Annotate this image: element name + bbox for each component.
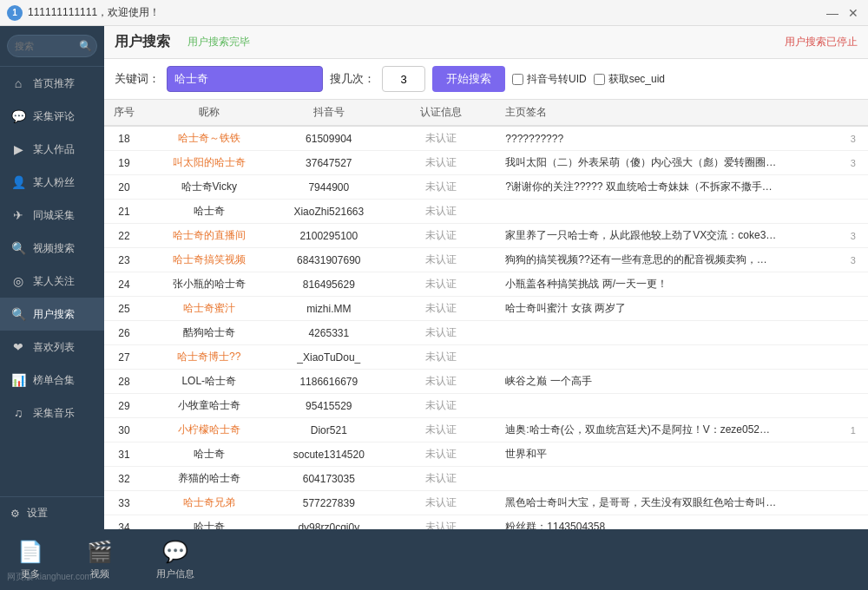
uid-checkbox-label[interactable]: 抖音号转UID [527, 72, 587, 87]
table-row: 31 哈士奇 socute1314520 未认证 世界和平 [104, 442, 868, 467]
sidebar-item-label: 某人关注 [33, 274, 75, 289]
start-search-button[interactable]: 开始搜索 [432, 66, 505, 92]
verify-text: 未认证 [425, 156, 457, 168]
sidebar-item-person-fans[interactable]: 👤 某人粉丝 [0, 166, 104, 199]
minimize-button[interactable]: — [825, 5, 840, 21]
cell-name[interactable]: 养猫的哈士奇 [144, 467, 274, 491]
sec-uid-checkbox-label[interactable]: 获取sec_uid [608, 72, 665, 87]
col-header-id: 抖音号 [274, 100, 385, 126]
col-header-sign: 主页签名 [498, 100, 838, 126]
sidebar-item-home[interactable]: ⌂ 首页推荐 [0, 67, 104, 100]
keyword-input[interactable] [167, 66, 323, 92]
sidebar: 🔍 ⌂ 首页推荐 💬 采集评论 ▶ 某人作品 👤 某人粉丝 ✈ 同城采集 [0, 26, 104, 529]
sidebar-item-like-list[interactable]: ❤ 喜欢列表 [0, 331, 104, 364]
cell-name[interactable]: 小牧童哈士奇 [144, 394, 274, 418]
video-icon: 🎬 [87, 540, 113, 564]
sidebar-item-video-search[interactable]: 🔍 视频搜索 [0, 232, 104, 265]
cell-name[interactable]: 张小瓶的哈士奇 [144, 272, 274, 297]
cell-sign: ?谢谢你的关注????? 双血统哈士奇妹妹（不拆家不撒手… [498, 175, 838, 200]
verify-text: 未认证 [425, 448, 457, 460]
cell-name[interactable]: 哈士奇Vicky [144, 175, 274, 200]
cell-seq: 34 [104, 515, 144, 530]
cell-sign [498, 200, 838, 224]
more-icon: 📄 [17, 540, 43, 564]
cell-seq: 24 [104, 272, 144, 297]
cell-id: 4265331 [274, 321, 385, 345]
verify-text: 未认证 [425, 278, 457, 290]
cell-sign [498, 321, 838, 345]
bottom-item-user-info[interactable]: 💬 用户信息 [156, 540, 194, 580]
table-row: 34 哈士奇 dy98rz0cqi0y 未认证 粉丝群：1143504358 [104, 515, 868, 530]
cell-seq: 21 [104, 200, 144, 224]
col-header-verify: 认证信息 [384, 100, 498, 126]
cell-seq: 33 [104, 491, 144, 515]
table-row: 24 张小瓶的哈士奇 816495629 未认证 小瓶盖各种搞笑挑战 两/一天一… [104, 272, 868, 297]
cell-name[interactable]: 哈士奇 [144, 515, 274, 530]
cell-name[interactable]: 哈士奇兄弟 [144, 491, 274, 515]
sidebar-item-label: 榜单合集 [33, 373, 75, 388]
cell-name[interactable]: 哈士奇搞笑视频 [144, 248, 274, 272]
sidebar-item-person-works[interactable]: ▶ 某人作品 [0, 133, 104, 166]
content-title: 用户搜索 [115, 33, 170, 51]
music-icon: ♫ [10, 405, 26, 421]
cell-extra: 3 [838, 224, 868, 248]
sidebar-item-label: 采集音乐 [33, 406, 75, 421]
verify-text: 未认证 [425, 399, 457, 411]
cell-name[interactable]: 叫太阳的哈士奇 [144, 151, 274, 175]
verify-text: 未认证 [425, 375, 457, 387]
cell-extra [838, 467, 868, 491]
results-table: 序号 昵称 抖音号 认证信息 主页签名 18 哈士奇～铁铁 61509904 未… [104, 100, 868, 529]
cell-id: 2100295100 [274, 224, 385, 248]
verify-text: 未认证 [425, 253, 457, 266]
cell-name[interactable]: 小柠檬哈士奇 [144, 418, 274, 442]
cell-seq: 23 [104, 248, 144, 272]
cell-name[interactable]: 哈士奇 [144, 200, 274, 224]
sidebar-item-user-search[interactable]: 🔍 用户搜索 [0, 298, 104, 331]
play-icon: ▶ [10, 141, 26, 157]
location-icon: ✈ [10, 207, 26, 223]
cell-verify: 未认证 [384, 467, 498, 491]
sidebar-item-label: 某人作品 [33, 142, 75, 157]
table-row: 33 哈士奇兄弟 577227839 未认证 黑色哈士奇叫大宝，是哥哥，天生没有… [104, 491, 868, 515]
cell-name[interactable]: 哈士奇～铁铁 [144, 126, 274, 151]
cell-name[interactable]: 酷狗哈士奇 [144, 321, 274, 345]
uid-checkbox[interactable] [512, 74, 523, 85]
sidebar-item-person-follow[interactable]: ◎ 某人关注 [0, 265, 104, 298]
sidebar-item-label: 用户搜索 [33, 307, 75, 322]
col-header-name: 昵称 [144, 100, 274, 126]
count-label: 搜几次： [330, 71, 375, 87]
sidebar-search-icon: 🔍 [79, 40, 92, 52]
sidebar-nav: ⌂ 首页推荐 💬 采集评论 ▶ 某人作品 👤 某人粉丝 ✈ 同城采集 🔍 视频 [0, 67, 104, 496]
cell-extra [838, 200, 868, 224]
sidebar-search-area: 🔍 [0, 26, 104, 67]
cell-seq: 30 [104, 418, 144, 442]
cell-name[interactable]: 哈士奇博士?? [144, 345, 274, 370]
title-bar-text: 111111111111，欢迎使用！ [28, 5, 825, 20]
sidebar-item-collect-music[interactable]: ♫ 采集音乐 [0, 397, 104, 429]
table-row: 26 酷狗哈士奇 4265331 未认证 [104, 321, 868, 345]
cell-name[interactable]: 哈士奇 [144, 442, 274, 467]
cell-seq: 20 [104, 175, 144, 200]
cell-name[interactable]: 哈士奇蜜汁 [144, 297, 274, 321]
sidebar-item-local-collect[interactable]: ✈ 同城采集 [0, 199, 104, 232]
cell-extra [838, 394, 868, 418]
cell-name[interactable]: LOL-哈士奇 [144, 370, 274, 394]
sidebar-item-chart-collect[interactable]: 📊 榜单合集 [0, 364, 104, 397]
cell-id: Dior521 [274, 418, 385, 442]
cell-seq: 28 [104, 370, 144, 394]
verify-text: 未认证 [425, 351, 457, 363]
sec-uid-checkbox[interactable] [594, 74, 605, 85]
sidebar-settings[interactable]: ⚙ 设置 [0, 496, 104, 529]
cell-extra [838, 321, 868, 345]
cell-verify: 未认证 [384, 418, 498, 442]
title-bar: 1 111111111111，欢迎使用！ — ✕ [0, 0, 868, 26]
count-input[interactable] [382, 66, 425, 92]
cell-id: dy98rz0cqi0y [274, 515, 385, 530]
close-button[interactable]: ✕ [845, 5, 861, 21]
cell-id: 816495629 [274, 272, 385, 297]
cell-name[interactable]: 哈士奇的直播间 [144, 224, 274, 248]
cell-extra: 3 [838, 126, 868, 151]
sidebar-item-collect-comment[interactable]: 💬 采集评论 [0, 100, 104, 133]
table-row: 18 哈士奇～铁铁 61509904 未认证 ?????????? 3 [104, 126, 868, 151]
main-layout: 🔍 ⌂ 首页推荐 💬 采集评论 ▶ 某人作品 👤 某人粉丝 ✈ 同城采集 [0, 26, 868, 529]
